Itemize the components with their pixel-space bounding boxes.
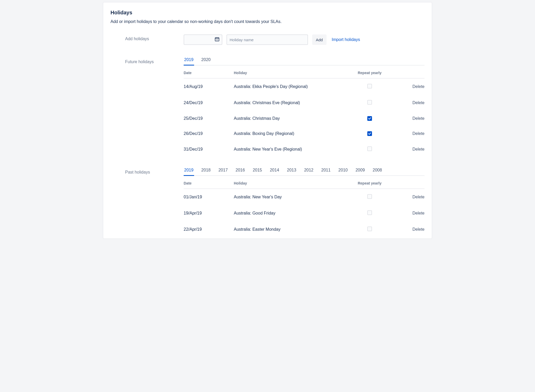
table-row: 24/Dec/19Australia: Christmas Eve (Regio… [184,95,424,111]
delete-link[interactable]: Delete [412,211,424,215]
past-table-header: Date Holiday Repeat yearly [184,176,424,189]
cell-holiday: Australia: Christmas Day [234,116,346,121]
import-holidays-link[interactable]: Import holidays [332,37,360,42]
cell-repeat [346,84,393,90]
tab-2013[interactable]: 2013 [287,168,297,176]
cell-date: 14/Aug/19 [184,84,234,89]
col-holiday-header: Holiday [234,71,346,75]
add-holidays-label: Add holidays [111,34,184,45]
holidays-panel: Holidays Add or import holidays to your … [103,2,432,239]
cell-holiday: Australia: Good Friday [234,211,346,216]
tab-2019[interactable]: 2019 [184,168,194,176]
cell-repeat [346,116,393,121]
delete-link[interactable]: Delete [412,100,424,105]
col-holiday-header: Holiday [234,181,346,185]
table-row: 22/Apr/19Australia: Easter MondayDelete [184,221,424,237]
past-tabs: 2019201820172016201520142013201220112010… [184,168,424,176]
page-title: Holidays [111,10,424,16]
cell-date: 31/Dec/19 [184,147,234,152]
delete-link[interactable]: Delete [412,195,424,199]
cell-holiday: Australia: Ekka People's Day (Regional) [234,84,346,89]
tab-2010[interactable]: 2010 [338,168,348,176]
table-row: 01/Jan/19Australia: New Year's DayDelete [184,189,424,205]
add-button[interactable]: Add [312,34,327,45]
cell-repeat [346,210,393,216]
repeat-checkbox[interactable] [367,146,372,151]
delete-link[interactable]: Delete [412,84,424,89]
tab-2020[interactable]: 2020 [201,57,211,66]
past-holidays-section: Past holidays 20192018201720162015201420… [111,168,424,239]
tab-2014[interactable]: 2014 [269,168,280,176]
holiday-name-input[interactable] [226,34,308,45]
table-row: 31/Dec/19Australia: New Year's Eve (Regi… [184,141,424,157]
cell-date: 25/Dec/19 [184,116,234,121]
future-rows: 14/Aug/19Australia: Ekka People's Day (R… [184,79,424,157]
col-date-header: Date [184,181,234,185]
tab-2012[interactable]: 2012 [304,168,314,176]
repeat-checkbox[interactable] [367,227,372,231]
tab-2016[interactable]: 2016 [235,168,246,176]
repeat-checkbox[interactable] [367,116,372,121]
cell-repeat [346,227,393,232]
table-row: 19/Apr/19Australia: Good FridayDelete [184,205,424,221]
future-holidays-label: Future holidays [111,57,184,157]
future-tabs: 20192020 [184,57,424,66]
repeat-checkbox[interactable] [367,100,372,105]
tab-2019[interactable]: 2019 [184,57,194,66]
cell-repeat [346,131,393,136]
cell-holiday: Australia: Christmas Eve (Regional) [234,100,346,105]
cell-holiday: Australia: Boxing Day (Regional) [234,131,346,136]
cell-repeat [346,194,393,200]
cell-date: 22/Apr/19 [184,227,234,232]
past-holidays-label: Past holidays [111,168,184,237]
table-row: 25/Dec/19Australia: Christmas DayDelete [184,111,424,126]
page-description: Add or import holidays to your calendar … [111,19,424,24]
delete-link[interactable]: Delete [412,147,424,151]
cell-holiday: Australia: New Year's Eve (Regional) [234,147,346,152]
tab-2009[interactable]: 2009 [355,168,365,176]
cell-date: 01/Jan/19 [184,195,234,199]
delete-link[interactable]: Delete [412,227,424,231]
repeat-checkbox[interactable] [367,131,372,136]
cell-date: 24/Dec/19 [184,100,234,105]
date-input-wrap [184,34,222,45]
cell-holiday: Australia: New Year's Day [234,195,346,199]
tab-2011[interactable]: 2011 [321,168,331,176]
delete-link[interactable]: Delete [412,131,424,136]
cell-repeat [346,100,393,106]
table-row: 14/Aug/19Australia: Ekka People's Day (R… [184,79,424,95]
repeat-checkbox[interactable] [367,194,372,199]
repeat-checkbox[interactable] [367,84,372,88]
table-row: 26/Dec/19Australia: Boxing Day (Regional… [184,126,424,141]
col-date-header: Date [184,71,234,75]
cell-date: 19/Apr/19 [184,211,234,216]
cell-repeat [346,146,393,152]
tab-2017[interactable]: 2017 [218,168,228,176]
col-repeat-header: Repeat yearly [346,71,393,75]
holiday-date-input[interactable] [184,34,222,45]
future-table-header: Date Holiday Repeat yearly [184,66,424,79]
cell-date: 26/Dec/19 [184,131,234,136]
repeat-checkbox[interactable] [367,210,372,215]
tab-2018[interactable]: 2018 [201,168,211,176]
cell-holiday: Australia: Easter Monday [234,227,346,232]
tab-2015[interactable]: 2015 [252,168,263,176]
past-rows: 01/Jan/19Australia: New Year's DayDelete… [184,189,424,237]
col-repeat-header: Repeat yearly [346,181,393,185]
future-holidays-section: Future holidays 20192020 Date Holiday Re… [111,57,424,157]
delete-link[interactable]: Delete [412,116,424,121]
tab-2008[interactable]: 2008 [372,168,383,176]
add-holidays-row: Add holidays Add Import holidays [111,34,424,45]
